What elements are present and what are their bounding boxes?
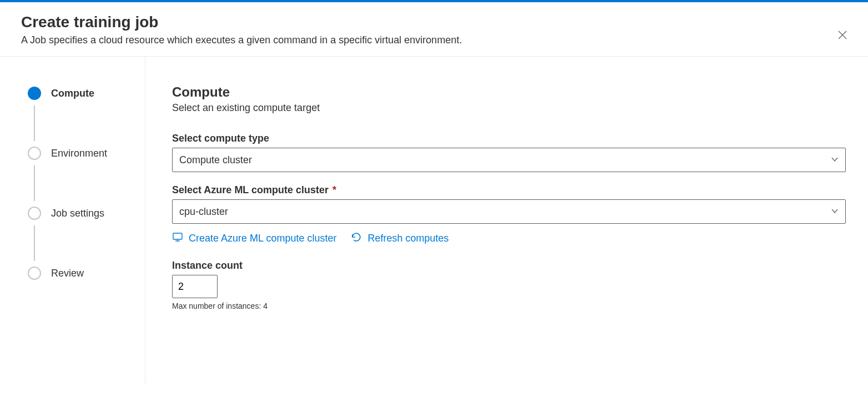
close-button[interactable] — [834, 27, 851, 44]
close-icon — [838, 31, 847, 41]
step-label: Environment — [51, 148, 107, 159]
step-label: Review — [51, 268, 84, 279]
main-content: Compute Select an existing compute targe… — [145, 57, 868, 385]
svg-rect-2 — [173, 233, 182, 239]
monitor-icon — [172, 232, 183, 245]
step-compute[interactable]: Compute — [28, 87, 145, 100]
chevron-down-icon — [831, 154, 839, 166]
section-subtitle: Select an existing compute target — [172, 102, 846, 114]
step-connector — [34, 225, 35, 261]
step-bullet-icon — [28, 147, 41, 160]
required-asterisk: * — [332, 184, 336, 195]
compute-type-label: Select compute type — [172, 133, 846, 144]
step-label: Job settings — [51, 208, 104, 219]
instance-count-input[interactable] — [172, 275, 218, 298]
step-connector — [34, 105, 35, 141]
step-review[interactable]: Review — [28, 267, 145, 280]
compute-type-value: Compute cluster — [179, 154, 252, 166]
step-bullet-icon — [28, 267, 41, 280]
compute-cluster-select[interactable]: cpu-cluster — [172, 199, 846, 224]
create-compute-cluster-link-text: Create Azure ML compute cluster — [189, 233, 336, 244]
compute-type-select[interactable]: Compute cluster — [172, 148, 846, 172]
refresh-computes-link-text: Refresh computes — [367, 233, 448, 244]
step-label: Compute — [51, 88, 94, 99]
instance-count-hint: Max number of instances: 4 — [172, 301, 846, 310]
step-connector — [34, 165, 35, 201]
compute-cluster-value: cpu-cluster — [179, 206, 228, 218]
refresh-icon — [351, 232, 362, 245]
wizard-steps-sidebar: Compute Environment Job settings Review — [0, 57, 145, 385]
compute-cluster-label-text: Select Azure ML compute cluster — [172, 184, 329, 195]
create-compute-cluster-link[interactable]: Create Azure ML compute cluster — [172, 232, 336, 245]
page-subtitle: A Job specifies a cloud resource which e… — [21, 34, 847, 46]
step-bullet-icon — [28, 207, 41, 220]
instance-count-label: Instance count — [172, 260, 846, 272]
chevron-down-icon — [831, 206, 839, 218]
step-job-settings[interactable]: Job settings — [28, 207, 145, 220]
section-title: Compute — [172, 84, 846, 100]
step-bullet-active-icon — [28, 87, 41, 100]
step-environment[interactable]: Environment — [28, 147, 145, 160]
refresh-computes-link[interactable]: Refresh computes — [351, 232, 448, 245]
compute-cluster-label: Select Azure ML compute cluster * — [172, 184, 846, 196]
page-header: Create training job A Job specifies a cl… — [0, 2, 868, 57]
page-title: Create training job — [21, 13, 847, 31]
